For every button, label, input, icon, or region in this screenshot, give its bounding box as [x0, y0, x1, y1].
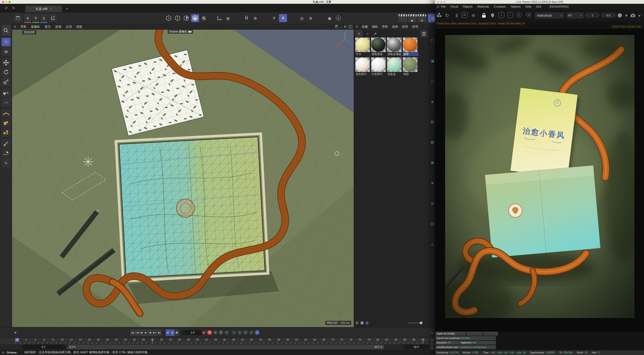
region-clear-icon[interactable]: ○	[507, 12, 513, 18]
material-item[interactable]: 白色部分	[371, 57, 387, 77]
material-picker-icon[interactable]: M	[526, 12, 531, 17]
go-to-start-icon[interactable]: |◀	[130, 329, 135, 336]
timeline-ruler[interactable]: 0246810121416182022242628303234363840424…	[0, 338, 435, 344]
brush-tool[interactable]	[2, 139, 11, 148]
trash-icon[interactable]	[420, 30, 427, 37]
snap-settings-icon[interactable]: ⊛	[251, 14, 259, 22]
timeline-option-button[interactable]: ▪	[431, 347, 434, 350]
spline-pen-tool[interactable]	[2, 109, 11, 118]
split-view-icon[interactable]: ◫	[430, 78, 435, 83]
material-menu-icon[interactable]: ≡	[356, 25, 358, 28]
snap-magnet-icon[interactable]: Ü	[242, 14, 251, 22]
play-icon[interactable]: ▶	[144, 329, 148, 336]
rotation-record-icon[interactable]: ↻	[224, 330, 229, 335]
render-picture-viewer-icon[interactable]: ▶	[408, 14, 417, 22]
polygons-mode-icon[interactable]	[182, 14, 190, 22]
material-thumbnail[interactable]	[355, 37, 370, 52]
material-thumbnail[interactable]	[387, 37, 402, 52]
speaker-icon[interactable]	[175, 329, 179, 336]
camera-label-chip[interactable]: Octane 摄像机	[168, 29, 193, 34]
rectangle-spline-tool[interactable]	[2, 119, 11, 127]
subsample-stepper[interactable]: ‹1›	[585, 13, 600, 18]
grid-lock-icon[interactable]: #▪	[279, 14, 287, 22]
keyframe-diamond-icon[interactable]: ◈	[14, 330, 17, 334]
render-region-icon[interactable]: ▢	[430, 38, 435, 43]
stop-icon[interactable]: ■	[623, 12, 629, 19]
next-frame-icon[interactable]: |▶	[148, 329, 153, 336]
range-end-field[interactable]: ‹90 F›	[403, 345, 430, 349]
pan-hand-icon[interactable]	[335, 24, 338, 29]
tab-close-icon[interactable]: ×	[50, 7, 51, 10]
orbit-icon[interactable]: ↻	[344, 25, 347, 29]
lv-menu-item-7[interactable]: GUI	[536, 5, 541, 8]
range-start-field[interactable]: ‹0 F›	[22, 345, 65, 349]
refresh-icon[interactable]: ↻	[444, 12, 450, 19]
search-icon[interactable]	[2, 25, 11, 36]
dolly-zoom-icon[interactable]: ↕	[340, 25, 342, 29]
lv-menu-item-2[interactable]: Objects	[463, 5, 473, 8]
lv-menu-item-1[interactable]: Cloud	[450, 5, 458, 8]
snapshot-camera-icon[interactable]	[630, 12, 636, 19]
redo-icon[interactable]: ↻	[11, 5, 17, 11]
key-position-icon[interactable]: +	[232, 330, 236, 335]
gem-icon[interactable]: ◈	[430, 180, 435, 185]
lock-resolution-icon[interactable]	[481, 12, 487, 19]
region-scale-stepper[interactable]: ‹0.3›	[601, 13, 616, 18]
material-item[interactable]: 包装盒	[387, 57, 403, 77]
hexagon-icon[interactable]	[617, 12, 623, 19]
timeline-option-button[interactable]: ▪	[431, 339, 434, 342]
triangle-icon[interactable]: ◬	[430, 242, 435, 246]
viewport-menu-item-0[interactable]: 查看	[20, 25, 26, 29]
live-selection-tool[interactable]	[2, 38, 11, 46]
autokey-icon[interactable]: A	[207, 330, 212, 335]
status-menu-icon[interactable]: ≡	[2, 350, 4, 354]
object-list-icon[interactable]: ▤	[430, 119, 435, 124]
octane-logo-icon[interactable]	[436, 12, 442, 19]
thumbnail-size-slider[interactable]	[408, 323, 421, 323]
open-material-icon[interactable]: ↗	[364, 30, 371, 37]
list-view-icon[interactable]: ▤	[355, 321, 359, 325]
key-pla-icon[interactable]: ∿	[255, 330, 260, 335]
material-thumbnail[interactable]	[387, 57, 402, 72]
material-menu-item-5[interactable]: 纹理	[412, 25, 418, 29]
new-tab-button[interactable]: +	[66, 6, 68, 12]
tweak-tool[interactable]: ⊛▸	[2, 47, 11, 56]
rings-icon[interactable]: ◎	[298, 14, 306, 22]
target-gear-icon[interactable]: ⊛	[307, 14, 315, 22]
viewport-menu-item-3[interactable]: 选项	[55, 25, 61, 29]
material-thumbnail[interactable]	[371, 57, 386, 72]
grid-view-icon[interactable]: ▦	[361, 321, 364, 325]
material-menu-item-4[interactable]: 材质	[402, 25, 408, 29]
material-thumbnail[interactable]	[403, 37, 417, 52]
rotate-tool[interactable]	[2, 68, 11, 76]
material-thumbnail[interactable]	[371, 37, 386, 52]
lv-menu-item-0[interactable]: File	[441, 5, 446, 8]
key-parameters-icon[interactable]: ≡	[249, 330, 254, 335]
restart-render-icon[interactable]: R	[462, 12, 468, 18]
letter-a-icon[interactable]: A	[334, 14, 342, 22]
grid-icon[interactable]: #	[270, 14, 278, 22]
record-keyframe-icon[interactable]: ◆	[201, 330, 206, 335]
material-thumbnail[interactable]	[403, 57, 417, 72]
document-tab[interactable]: 礼盒.c4d ×	[25, 6, 62, 12]
current-frame-field[interactable]: ‹0 F›	[182, 330, 204, 335]
previous-key-icon[interactable]: ◇◀	[135, 329, 139, 336]
undo-icon[interactable]: ↺	[3, 5, 9, 11]
viewport-menu-item-1[interactable]: 摄像机	[31, 25, 40, 29]
axis-z-button[interactable]: Z	[40, 14, 47, 23]
kernel-dropdown[interactable]: PT∨	[566, 12, 584, 19]
edges-mode-icon[interactable]	[173, 14, 182, 22]
range-end-grip[interactable]: 90 F ||	[374, 345, 382, 348]
viewport-menu-item-5[interactable]: 面板	[76, 25, 82, 29]
expand-timeline-icon[interactable]: ↘	[430, 330, 433, 334]
sphere-icon[interactable]: ◉	[430, 160, 435, 165]
workplane-icon[interactable]: ▣	[224, 14, 232, 22]
measure-tool[interactable]	[2, 149, 11, 157]
material-menu-item-3[interactable]: 选择	[392, 25, 398, 29]
scale-tool[interactable]	[2, 77, 11, 86]
next-key-icon[interactable]: ▶◇	[153, 329, 157, 336]
region-add-icon[interactable]: +	[498, 12, 504, 18]
coordinate-system-icon[interactable]	[49, 14, 57, 22]
hatch-icon[interactable]: ▧	[430, 221, 435, 226]
material-menu-item-0[interactable]: 创建	[362, 25, 368, 29]
